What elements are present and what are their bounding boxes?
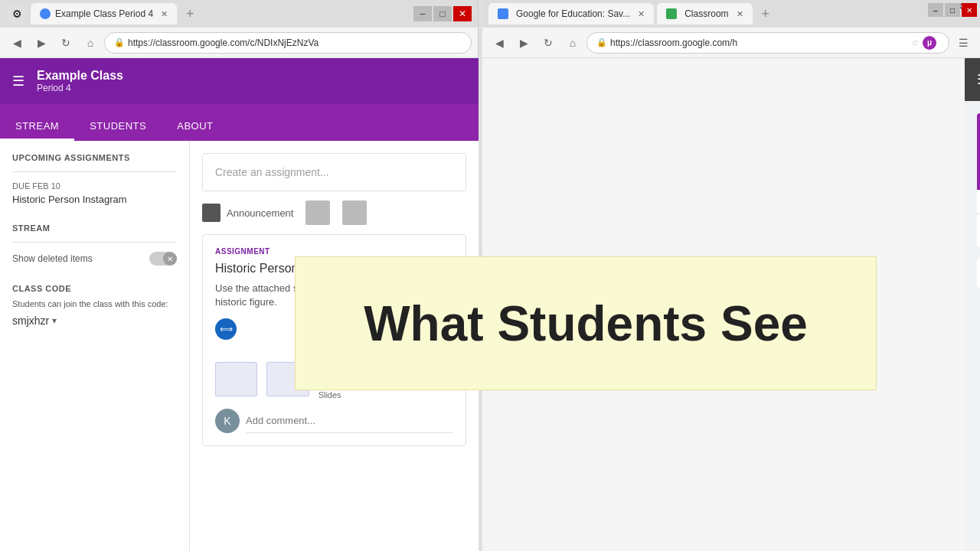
- right-menu-button[interactable]: ☰: [952, 32, 974, 54]
- class-code: smjxhzr: [12, 315, 49, 327]
- show-deleted-toggle[interactable]: ✕: [149, 252, 177, 266]
- comment-row: K: [215, 409, 453, 433]
- classroom-tab-icon: [40, 8, 51, 19]
- right-refresh-button[interactable]: ↻: [537, 32, 559, 54]
- right-upcoming-section: UPCOMING ASSIGNMENTS: [977, 259, 980, 288]
- right-address-bar[interactable]: 🔒 https://classroom.google.com/h ☆ μ: [586, 32, 949, 54]
- window-controls: – □ ✕: [413, 6, 472, 21]
- right-tab1-label: Google for Education: Sav...: [516, 8, 630, 19]
- left-hamburger-icon[interactable]: ☰: [12, 73, 24, 90]
- code-row: smjxhzr ▾: [12, 315, 177, 327]
- browser-logo: ⚙: [6, 3, 28, 24]
- right-restore[interactable]: □: [945, 3, 960, 17]
- right-classroom-header: ☰ Home example@student.edu ▾ +: [965, 58, 980, 101]
- overlay-banner: What Students See: [295, 256, 877, 390]
- overlay-text: What Students See: [364, 295, 808, 352]
- right-new-tab[interactable]: +: [756, 3, 776, 25]
- stream-label: STREAM: [12, 223, 177, 233]
- right-minimize[interactable]: –: [928, 3, 943, 17]
- divider-1: [12, 171, 177, 172]
- create-assignment-text: Create an assignment...: [215, 166, 329, 178]
- show-deleted-label: Show deleted items: [12, 253, 93, 264]
- right-content: Example Class Period 4 👤 ⋮ Kurt Kaiser 📁…: [965, 101, 980, 551]
- left-classroom-header: ☰ Example Class Period 4: [0, 58, 479, 104]
- stream-section: STREAM Show deleted items ✕: [12, 223, 177, 266]
- left-address-bar-row: ◀ ▶ ↻ ⌂ 🔒 https://classroom.google.com/c…: [0, 28, 478, 58]
- right-tab-1[interactable]: Google for Education: Sav... ✕: [488, 3, 654, 24]
- right-url: https://classroom.google.com/h: [610, 37, 737, 48]
- post-icon: [305, 201, 330, 225]
- toggle-row: Show deleted items ✕: [12, 252, 177, 266]
- forward-button[interactable]: ▶: [31, 32, 52, 54]
- slide-thumbnail-1: [215, 362, 257, 396]
- sidebar-assignment-name: Historic Person Instagram: [12, 194, 177, 205]
- right-home-button[interactable]: ⌂: [562, 32, 583, 54]
- code-dropdown-icon[interactable]: ▾: [52, 315, 57, 326]
- left-tab-active[interactable]: Example Class Period 4 ✕: [31, 3, 177, 24]
- right-header-left: ☰ Home: [977, 71, 980, 89]
- card-bubbles: [977, 113, 980, 190]
- right-address-bar-row: ◀ ▶ ↻ ⌂ 🔒 https://classroom.google.com/h…: [482, 28, 980, 58]
- post-icon-2: [342, 201, 367, 225]
- left-url: https://classroom.google.com/c/NDIxNjEzN…: [128, 37, 318, 48]
- upcoming-section: UPCOMING ASSIGNMENTS DUE FEB 10 Historic…: [12, 153, 177, 205]
- right-window-controls: – □ ✕: [928, 3, 977, 17]
- left-sidebar: UPCOMING ASSIGNMENTS DUE FEB 10 Historic…: [0, 141, 190, 551]
- card-actions: 📁: [977, 214, 980, 246]
- announcement-label: Announcement: [227, 207, 293, 219]
- card-teacher: Kurt Kaiser: [977, 190, 980, 214]
- class-card: Example Class Period 4 👤 ⋮ Kurt Kaiser 📁: [977, 113, 980, 246]
- move-icon[interactable]: ⟺: [215, 318, 237, 340]
- minimize-button[interactable]: –: [413, 6, 432, 21]
- right-close[interactable]: ✕: [962, 3, 977, 17]
- back-button[interactable]: ◀: [6, 32, 28, 54]
- lock-icon: 🔒: [114, 37, 125, 47]
- restore-button[interactable]: □: [433, 6, 452, 21]
- refresh-button[interactable]: ↻: [55, 32, 77, 54]
- announcement-row: Announcement: [202, 201, 466, 225]
- right-hamburger-icon[interactable]: ☰: [977, 71, 980, 88]
- right-titlebar: Google for Education: Sav... ✕ Classroom…: [482, 0, 980, 28]
- left-class-period: Period 4: [37, 83, 123, 93]
- create-assignment-box[interactable]: Create an assignment...: [202, 153, 466, 191]
- left-address-bar[interactable]: 🔒 https://classroom.google.com/c/NDIxNjE…: [104, 32, 472, 54]
- left-class-name: Example Class: [37, 69, 123, 83]
- left-titlebar: ⚙ Example Class Period 4 ✕ + – □ ✕: [0, 0, 478, 28]
- left-tab-label: Example Class Period 4: [55, 8, 153, 19]
- assignment-badge: ASSIGNMENT: [215, 247, 453, 256]
- right-tab-2[interactable]: Classroom ✕: [657, 3, 752, 24]
- announcement-icon: [202, 204, 220, 222]
- class-code-label: CLASS CODE: [12, 284, 177, 293]
- toggle-knob: ✕: [163, 252, 177, 266]
- tab2-icon: [666, 8, 677, 19]
- due-label: DUE FEB 10: [12, 181, 177, 191]
- nav-tab-about[interactable]: ABOUT: [162, 111, 228, 141]
- left-classroom-nav: STREAM STUDENTS ABOUT: [0, 104, 479, 141]
- right-tab2-close[interactable]: ✕: [737, 9, 743, 19]
- comment-input[interactable]: [246, 409, 453, 433]
- commenter-avatar: K: [215, 409, 240, 433]
- nav-tab-stream[interactable]: STREAM: [0, 111, 74, 141]
- class-code-section: CLASS CODE Students can join the class w…: [12, 284, 177, 327]
- mu-icon: μ: [923, 36, 936, 50]
- right-tab2-label: Classroom: [684, 8, 728, 19]
- right-classroom: ☰ Home example@student.edu ▾ + Exampl: [965, 58, 980, 551]
- right-lock-icon: 🔒: [596, 37, 607, 47]
- class-card-header: Example Class Period 4 👤 ⋮: [977, 113, 980, 190]
- upcoming-label: UPCOMING ASSIGNMENTS: [12, 153, 177, 162]
- close-button[interactable]: ✕: [453, 6, 472, 21]
- left-tab-close[interactable]: ✕: [161, 9, 168, 19]
- bookmark-icon[interactable]: ☆: [911, 37, 920, 48]
- tab1-icon: [498, 8, 508, 19]
- right-forward-button[interactable]: ▶: [513, 32, 534, 54]
- class-code-desc: Students can join the class with this co…: [12, 299, 177, 308]
- divider-2: [12, 242, 177, 243]
- right-back-button[interactable]: ◀: [488, 32, 510, 54]
- right-tab1-close[interactable]: ✕: [638, 9, 645, 19]
- home-nav-button[interactable]: ⌂: [80, 32, 101, 54]
- new-tab-button[interactable]: +: [180, 3, 201, 25]
- left-class-info: Example Class Period 4: [37, 69, 123, 93]
- nav-tab-students[interactable]: STUDENTS: [74, 111, 162, 141]
